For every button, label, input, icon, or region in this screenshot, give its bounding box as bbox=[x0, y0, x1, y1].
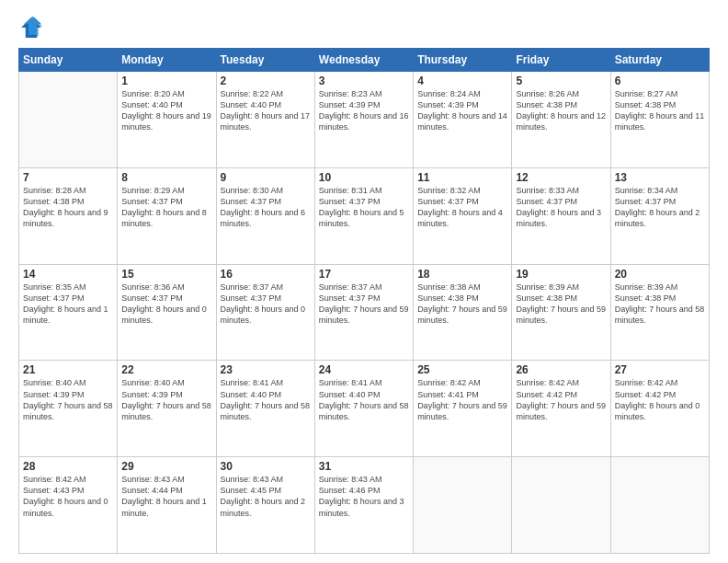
day-number: 3 bbox=[319, 75, 409, 87]
logo-icon bbox=[18, 15, 44, 40]
calendar-cell: 3Sunrise: 8:23 AM Sunset: 4:39 PM Daylig… bbox=[314, 72, 413, 168]
calendar-cell: 17Sunrise: 8:37 AM Sunset: 4:37 PM Dayli… bbox=[314, 264, 413, 361]
calendar-cell: 29Sunrise: 8:43 AM Sunset: 4:44 PM Dayli… bbox=[118, 457, 216, 554]
day-number: 17 bbox=[319, 268, 409, 281]
day-info: Sunrise: 8:37 AM Sunset: 4:37 PM Dayligh… bbox=[221, 282, 311, 327]
weekday-header: Saturday bbox=[610, 49, 709, 72]
day-number: 24 bbox=[319, 363, 409, 376]
day-info: Sunrise: 8:36 AM Sunset: 4:37 PM Dayligh… bbox=[121, 282, 211, 327]
day-number: 29 bbox=[121, 460, 211, 473]
calendar-cell: 7Sunrise: 8:28 AM Sunset: 4:38 PM Daylig… bbox=[19, 167, 118, 264]
calendar-cell: 30Sunrise: 8:43 AM Sunset: 4:45 PM Dayli… bbox=[216, 457, 314, 554]
day-number: 25 bbox=[417, 363, 507, 376]
weekday-header: Thursday bbox=[414, 49, 512, 72]
calendar-cell: 21Sunrise: 8:40 AM Sunset: 4:39 PM Dayli… bbox=[19, 361, 118, 457]
calendar-cell bbox=[512, 457, 610, 554]
calendar-cell: 25Sunrise: 8:42 AM Sunset: 4:41 PM Dayli… bbox=[414, 361, 512, 457]
calendar-cell bbox=[610, 457, 709, 554]
day-info: Sunrise: 8:43 AM Sunset: 4:45 PM Dayligh… bbox=[221, 474, 311, 519]
day-number: 8 bbox=[121, 171, 211, 184]
day-number: 12 bbox=[516, 171, 606, 184]
calendar-cell bbox=[19, 72, 118, 168]
day-number: 2 bbox=[221, 75, 311, 87]
day-info: Sunrise: 8:42 AM Sunset: 4:42 PM Dayligh… bbox=[615, 377, 705, 422]
day-number: 10 bbox=[319, 171, 409, 184]
day-info: Sunrise: 8:27 AM Sunset: 4:38 PM Dayligh… bbox=[615, 88, 705, 133]
day-info: Sunrise: 8:42 AM Sunset: 4:43 PM Dayligh… bbox=[23, 474, 113, 519]
day-info: Sunrise: 8:29 AM Sunset: 4:37 PM Dayligh… bbox=[121, 185, 211, 230]
calendar-cell: 16Sunrise: 8:37 AM Sunset: 4:37 PM Dayli… bbox=[216, 264, 314, 361]
day-info: Sunrise: 8:26 AM Sunset: 4:38 PM Dayligh… bbox=[516, 88, 606, 133]
day-number: 9 bbox=[221, 171, 311, 184]
calendar-week-row: 7Sunrise: 8:28 AM Sunset: 4:38 PM Daylig… bbox=[19, 167, 710, 264]
day-info: Sunrise: 8:37 AM Sunset: 4:37 PM Dayligh… bbox=[319, 282, 409, 327]
day-number: 28 bbox=[23, 460, 113, 473]
day-info: Sunrise: 8:20 AM Sunset: 4:40 PM Dayligh… bbox=[121, 88, 211, 133]
calendar-cell: 20Sunrise: 8:39 AM Sunset: 4:38 PM Dayli… bbox=[610, 264, 709, 361]
calendar-cell: 26Sunrise: 8:42 AM Sunset: 4:42 PM Dayli… bbox=[512, 361, 610, 457]
header bbox=[18, 15, 710, 40]
day-info: Sunrise: 8:40 AM Sunset: 4:39 PM Dayligh… bbox=[121, 377, 211, 422]
calendar-cell: 31Sunrise: 8:43 AM Sunset: 4:46 PM Dayli… bbox=[314, 457, 413, 554]
day-number: 16 bbox=[221, 268, 311, 281]
calendar-cell: 15Sunrise: 8:36 AM Sunset: 4:37 PM Dayli… bbox=[118, 264, 216, 361]
weekday-header: Friday bbox=[512, 49, 610, 72]
day-number: 23 bbox=[221, 363, 311, 376]
day-info: Sunrise: 8:24 AM Sunset: 4:39 PM Dayligh… bbox=[417, 88, 507, 133]
day-number: 7 bbox=[23, 171, 113, 184]
day-number: 20 bbox=[615, 268, 705, 281]
day-info: Sunrise: 8:22 AM Sunset: 4:40 PM Dayligh… bbox=[221, 88, 311, 133]
day-number: 18 bbox=[417, 268, 507, 281]
weekday-header: Wednesday bbox=[314, 49, 413, 72]
calendar-cell: 10Sunrise: 8:31 AM Sunset: 4:37 PM Dayli… bbox=[314, 167, 413, 264]
calendar-cell: 19Sunrise: 8:39 AM Sunset: 4:38 PM Dayli… bbox=[512, 264, 610, 361]
weekday-header: Tuesday bbox=[216, 49, 314, 72]
day-info: Sunrise: 8:28 AM Sunset: 4:38 PM Dayligh… bbox=[23, 185, 113, 230]
day-number: 30 bbox=[221, 460, 311, 473]
day-number: 15 bbox=[121, 268, 211, 281]
calendar-cell: 13Sunrise: 8:34 AM Sunset: 4:37 PM Dayli… bbox=[610, 167, 709, 264]
calendar-cell: 14Sunrise: 8:35 AM Sunset: 4:37 PM Dayli… bbox=[19, 264, 118, 361]
calendar-cell: 8Sunrise: 8:29 AM Sunset: 4:37 PM Daylig… bbox=[118, 167, 216, 264]
calendar-cell: 12Sunrise: 8:33 AM Sunset: 4:37 PM Dayli… bbox=[512, 167, 610, 264]
day-number: 22 bbox=[121, 363, 211, 376]
day-info: Sunrise: 8:35 AM Sunset: 4:37 PM Dayligh… bbox=[23, 282, 113, 327]
calendar-cell: 28Sunrise: 8:42 AM Sunset: 4:43 PM Dayli… bbox=[19, 457, 118, 554]
day-info: Sunrise: 8:30 AM Sunset: 4:37 PM Dayligh… bbox=[221, 185, 311, 230]
day-number: 21 bbox=[23, 363, 113, 376]
day-info: Sunrise: 8:40 AM Sunset: 4:39 PM Dayligh… bbox=[23, 377, 113, 422]
day-number: 13 bbox=[615, 171, 705, 184]
calendar-cell: 4Sunrise: 8:24 AM Sunset: 4:39 PM Daylig… bbox=[414, 72, 512, 168]
day-number: 14 bbox=[23, 268, 113, 281]
day-info: Sunrise: 8:38 AM Sunset: 4:38 PM Dayligh… bbox=[417, 282, 507, 327]
day-number: 1 bbox=[121, 75, 211, 87]
calendar-cell: 24Sunrise: 8:41 AM Sunset: 4:40 PM Dayli… bbox=[314, 361, 413, 457]
day-info: Sunrise: 8:41 AM Sunset: 4:40 PM Dayligh… bbox=[319, 377, 409, 422]
calendar-cell: 27Sunrise: 8:42 AM Sunset: 4:42 PM Dayli… bbox=[610, 361, 709, 457]
calendar-cell: 11Sunrise: 8:32 AM Sunset: 4:37 PM Dayli… bbox=[414, 167, 512, 264]
calendar-cell: 1Sunrise: 8:20 AM Sunset: 4:40 PM Daylig… bbox=[118, 72, 216, 168]
calendar-cell bbox=[414, 457, 512, 554]
day-info: Sunrise: 8:43 AM Sunset: 4:46 PM Dayligh… bbox=[319, 474, 409, 519]
day-number: 27 bbox=[615, 363, 705, 376]
day-info: Sunrise: 8:33 AM Sunset: 4:37 PM Dayligh… bbox=[516, 185, 606, 230]
day-info: Sunrise: 8:39 AM Sunset: 4:38 PM Dayligh… bbox=[615, 282, 705, 327]
day-info: Sunrise: 8:43 AM Sunset: 4:44 PM Dayligh… bbox=[121, 474, 211, 519]
calendar-cell: 5Sunrise: 8:26 AM Sunset: 4:38 PM Daylig… bbox=[512, 72, 610, 168]
day-info: Sunrise: 8:23 AM Sunset: 4:39 PM Dayligh… bbox=[319, 88, 409, 133]
calendar-cell: 18Sunrise: 8:38 AM Sunset: 4:38 PM Dayli… bbox=[414, 264, 512, 361]
calendar-cell: 6Sunrise: 8:27 AM Sunset: 4:38 PM Daylig… bbox=[610, 72, 709, 168]
calendar-table: SundayMondayTuesdayWednesdayThursdayFrid… bbox=[18, 48, 710, 554]
day-info: Sunrise: 8:31 AM Sunset: 4:37 PM Dayligh… bbox=[319, 185, 409, 230]
calendar-week-row: 21Sunrise: 8:40 AM Sunset: 4:39 PM Dayli… bbox=[19, 361, 710, 457]
calendar-week-row: 14Sunrise: 8:35 AM Sunset: 4:37 PM Dayli… bbox=[19, 264, 710, 361]
day-number: 19 bbox=[516, 268, 606, 281]
calendar-week-row: 28Sunrise: 8:42 AM Sunset: 4:43 PM Dayli… bbox=[19, 457, 710, 554]
day-info: Sunrise: 8:41 AM Sunset: 4:40 PM Dayligh… bbox=[221, 377, 311, 422]
day-number: 4 bbox=[417, 75, 507, 87]
day-number: 26 bbox=[516, 363, 606, 376]
page: SundayMondayTuesdayWednesdayThursdayFrid… bbox=[0, 0, 728, 563]
day-info: Sunrise: 8:42 AM Sunset: 4:42 PM Dayligh… bbox=[516, 377, 606, 422]
weekday-header: Sunday bbox=[19, 49, 118, 72]
calendar-header-row: SundayMondayTuesdayWednesdayThursdayFrid… bbox=[19, 49, 710, 72]
